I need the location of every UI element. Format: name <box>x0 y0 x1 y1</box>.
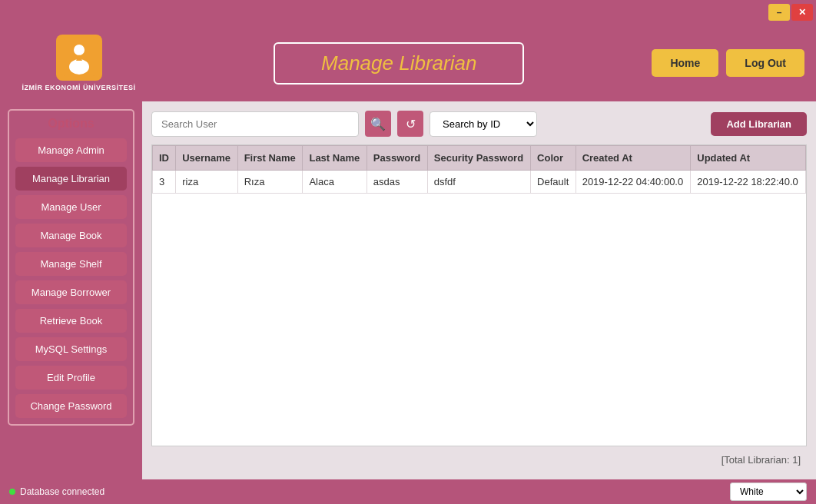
col-security-password: Security Password <box>427 146 530 171</box>
options-label: Options <box>15 117 127 131</box>
cell-updated_at: 2019-12-22 18:22:40.0 <box>691 171 806 194</box>
col-lastname: Last Name <box>303 146 367 171</box>
col-color: Color <box>531 146 576 171</box>
search-icon: 🔍 <box>370 117 386 131</box>
svg-point-2 <box>69 59 89 75</box>
db-status: Database connected <box>9 486 104 497</box>
search-button[interactable]: 🔍 <box>365 111 391 137</box>
header-actions: Home Log Out <box>652 49 804 77</box>
col-username: Username <box>176 146 237 171</box>
table-header-row: ID Username First Name Last Name Passwor… <box>153 146 806 171</box>
table-row[interactable]: 3rizaRızaAlacaasdasdsfdfDefault2019-12-2… <box>153 171 806 194</box>
librarian-table: ID Username First Name Last Name Passwor… <box>152 145 806 194</box>
header-title-inner: Manage Librarian <box>274 42 524 85</box>
sidebar-item-manage-shelf[interactable]: Manage Shelf <box>15 252 127 276</box>
col-firstname: First Name <box>237 146 303 171</box>
sidebar-item-retrieve-book[interactable]: Retrieve Book <box>15 309 127 333</box>
sidebar-item-manage-book[interactable]: Manage Book <box>15 224 127 247</box>
status-bar: Database connected White Dark Blue <box>0 479 816 504</box>
cell-last_name: Alaca <box>303 171 367 194</box>
refresh-button[interactable]: ↺ <box>397 111 423 137</box>
col-password: Password <box>367 146 427 171</box>
toolbar: 🔍 ↺ Search by ID Search by Username Sear… <box>151 111 807 137</box>
cell-created_at: 2019-12-22 04:40:00.0 <box>576 171 691 194</box>
page-title: Manage Librarian <box>321 51 476 75</box>
col-created-at: Created At <box>576 146 691 171</box>
search-input[interactable] <box>151 111 359 137</box>
sidebar-item-change-password[interactable]: Change Password <box>15 394 127 418</box>
col-id: ID <box>153 146 176 171</box>
cell-color: Default <box>531 171 576 194</box>
refresh-icon: ↺ <box>406 117 416 131</box>
header-title-box: Manage Librarian <box>146 42 652 85</box>
header: İZMİR EKONOMİ ÜNİVERSİTESİ Manage Librar… <box>0 25 816 101</box>
sidebar: Options Manage Admin Manage Librarian Ma… <box>0 101 142 479</box>
cell-id: 3 <box>153 171 176 194</box>
logout-button[interactable]: Log Out <box>726 49 804 77</box>
sidebar-item-edit-profile[interactable]: Edit Profile <box>15 366 127 390</box>
db-status-text: Database connected <box>20 486 104 497</box>
total-count: [Total Librarian: 1] <box>151 449 807 470</box>
theme-selector-wrapper: White Dark Blue <box>730 482 807 501</box>
logo-icon <box>56 35 102 81</box>
cell-password: asdas <box>367 171 427 194</box>
sidebar-item-manage-borrower[interactable]: Manage Borrower <box>15 280 127 304</box>
cell-username: riza <box>176 171 237 194</box>
sidebar-options-box: Options Manage Admin Manage Librarian Ma… <box>8 109 134 426</box>
cell-first_name: Rıza <box>237 171 303 194</box>
sidebar-item-mysql-settings[interactable]: MySQL Settings <box>15 337 127 361</box>
table-container: ID Username First Name Last Name Passwor… <box>151 144 807 446</box>
content-area: 🔍 ↺ Search by ID Search by Username Sear… <box>142 101 816 479</box>
sidebar-item-manage-admin[interactable]: Manage Admin <box>15 138 127 162</box>
theme-select[interactable]: White Dark Blue <box>730 482 807 501</box>
minimize-button[interactable]: – <box>768 4 790 21</box>
search-id-select[interactable]: Search by ID Search by Username Search b… <box>430 111 537 137</box>
main-area: Options Manage Admin Manage Librarian Ma… <box>0 101 816 479</box>
svg-point-1 <box>74 45 85 55</box>
db-connected-dot <box>9 489 15 495</box>
home-button[interactable]: Home <box>652 49 718 77</box>
cell-security_password: dsfdf <box>427 171 530 194</box>
university-name: İZMİR EKONOMİ ÜNİVERSİTESİ <box>22 84 135 91</box>
sidebar-item-manage-user[interactable]: Manage User <box>15 195 127 219</box>
close-button[interactable]: ✕ <box>791 4 813 21</box>
col-updated-at: Updated At <box>691 146 806 171</box>
title-bar: – ✕ <box>0 0 816 25</box>
logo-area: İZMİR EKONOMİ ÜNİVERSİTESİ <box>12 35 146 91</box>
sidebar-item-manage-librarian[interactable]: Manage Librarian <box>15 167 127 191</box>
add-librarian-button[interactable]: Add Librarian <box>711 112 807 136</box>
